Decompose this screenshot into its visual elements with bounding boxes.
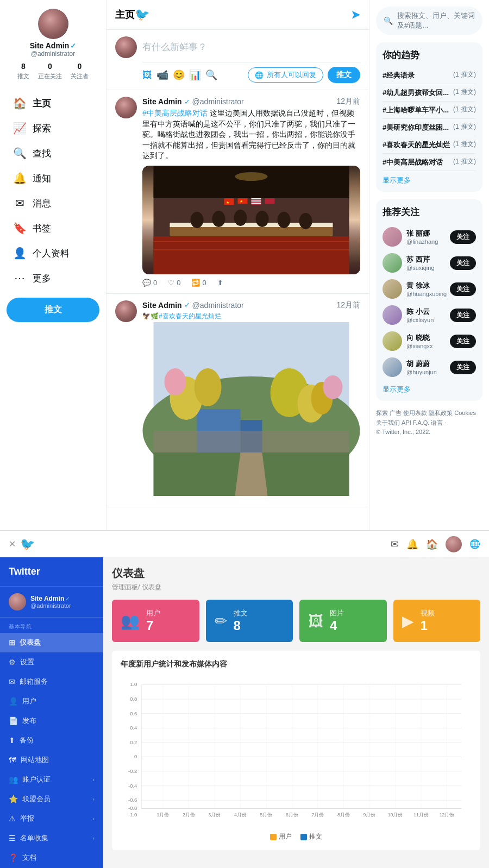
svg-text:9月份: 9月份 — [363, 812, 376, 817]
emoji-tool-icon[interactable]: 😊 — [173, 69, 185, 81]
follow-item: 陈 小云 @cxlisyun 关注 — [383, 302, 476, 328]
admin-nav-users[interactable]: 👤 用户 — [0, 691, 103, 711]
profile-handle: @administrator — [31, 50, 76, 58]
twitter-app: Site Admin ✓ @administrator 8 推文 0 正在关注 … — [0, 0, 489, 530]
admin-nav-lists[interactable]: ☰ 名单收集 › — [0, 828, 103, 848]
reply-action[interactable]: 💬 0 — [142, 279, 157, 287]
nav-item-search[interactable]: 🔍 查找 — [7, 141, 99, 165]
send-icon[interactable]: ➤ — [351, 8, 360, 21]
svg-point-8 — [299, 213, 312, 229]
bell-icon: 🔔 — [13, 172, 26, 185]
follow-button[interactable]: 关注 — [450, 256, 476, 270]
admin-topbar-right: ✉ 🔔 🏠 🌐 — [391, 536, 480, 552]
admin-stat-cards: 👥 用户 7 ✏ 推文 8 🖼 — [112, 600, 480, 642]
follow-show-more[interactable]: 显示更多 — [383, 385, 476, 394]
image-tool-icon[interactable]: 🖼 — [142, 70, 152, 81]
tweet-item: Site Admin ✓ @administrator 12月前 #中美高层战略… — [106, 90, 369, 294]
share-action[interactable]: ⬆ — [217, 279, 223, 287]
trend-item[interactable]: (1 推文) #幼儿超男孩帮女回... — [383, 84, 476, 102]
admin-nav-backup[interactable]: ⬆ 备份 — [0, 731, 103, 750]
follow-button[interactable]: 关注 — [450, 282, 476, 296]
nav-item-bookmarks[interactable]: 🔖 书签 — [7, 216, 99, 240]
admin-nav-sitemap[interactable]: 🗺 网站地图 — [0, 750, 103, 770]
trend-item[interactable]: (1 推文) #上海哈啰单车平小... — [383, 102, 476, 119]
poll-tool-icon[interactable]: 📊 — [189, 69, 201, 81]
tweet-verified-icon: ✓ — [184, 98, 190, 106]
follow-button[interactable]: 关注 — [450, 309, 476, 322]
nav-item-notifications[interactable]: 🔔 通知 — [7, 166, 99, 190]
svg-rect-14 — [252, 198, 261, 199]
tweet-header: Site Admin ✓ @administrator 12月前 — [142, 97, 360, 106]
followers-stat: 0 关注者 — [71, 62, 89, 80]
tweet-item: Site Admin ✓ @administrator 12月前 🦅🌿#喜欢春天… — [106, 294, 369, 507]
tweet-button[interactable]: 推文 — [7, 298, 99, 322]
nav-item-more[interactable]: ⋯ 更多 — [7, 266, 99, 290]
bookmark-icon: 🔖 — [13, 222, 26, 235]
audience-selector[interactable]: 🌐 所有人可以回复 — [248, 67, 323, 83]
svg-text:0.8: 0.8 — [130, 696, 137, 702]
trend-item[interactable]: (1 推文) #美研究你印度丝困... — [383, 119, 476, 136]
svg-text:★: ★ — [240, 199, 243, 203]
nav-item-profile[interactable]: 👤 个人资料 — [7, 241, 99, 265]
svg-point-22 — [235, 172, 268, 181]
svg-rect-21 — [154, 166, 349, 198]
chart-legend: 用户 推文 — [121, 832, 472, 841]
admin-nav-dashboard[interactable]: ⊞ 仪表盘 — [0, 633, 103, 652]
feed-title: 主页 — [115, 8, 135, 21]
compose-placeholder[interactable]: 有什么新鲜事？ — [142, 36, 360, 58]
compose-right: 有什么新鲜事？ 🖼 📹 😊 📊 🔍 🌐 所有人可以回复 推文 — [142, 36, 360, 83]
close-button[interactable]: ✕ — [9, 539, 16, 549]
admin-nav-verify[interactable]: 👥 账户认证 › — [0, 770, 103, 789]
admin-nav-docs[interactable]: ❓ 文档 — [0, 848, 103, 867]
svg-text:0.4: 0.4 — [130, 725, 137, 731]
follow-suggestions-box: 推荐关注 张 丽娜 @linazhang 关注 苏 西芹 @suxiqing 关… — [376, 199, 482, 401]
trend-item[interactable]: (1 推文) #中美高层战略对话 — [383, 154, 476, 171]
trend-item[interactable]: (1 推文) #经典语录 — [383, 67, 476, 84]
admin-nav-alliance[interactable]: ⭐ 联盟会员 › — [0, 789, 103, 809]
svg-text:4月份: 4月份 — [234, 812, 247, 817]
admin-nav-settings[interactable]: ⚙ 设置 — [0, 652, 103, 672]
post-tweet-button[interactable]: 推文 — [328, 67, 360, 83]
tweet-verified-icon: ✓ — [184, 301, 190, 309]
nav-item-messages[interactable]: ✉ 消息 — [7, 191, 99, 215]
home-icon[interactable]: 🏠 — [426, 538, 438, 550]
twitter-bird-icon: 🐦 — [135, 8, 149, 22]
verified-icon: ✓ — [70, 42, 76, 50]
follow-button[interactable]: 关注 — [450, 361, 476, 374]
trend-item[interactable]: (1 推文) #喜欢春天的星光灿烂 — [383, 136, 476, 154]
svg-text:-0.4: -0.4 — [128, 783, 137, 789]
retweet-action[interactable]: 🔁 0 — [191, 279, 206, 287]
follow-button[interactable]: 关注 — [450, 230, 476, 244]
dashboard-icon: ⊞ — [9, 638, 15, 647]
tweet-actions: 💬 0 ♡ 0 🔁 0 ⬆ — [142, 279, 360, 287]
follow-button[interactable]: 关注 — [450, 335, 476, 348]
legend-users: 用户 — [270, 832, 292, 841]
bell-icon[interactable]: 🔔 — [406, 538, 418, 550]
follow-avatar — [383, 253, 402, 273]
admin-user-avatar[interactable] — [446, 536, 462, 552]
admin-nav-email[interactable]: ✉ 邮箱服务 — [0, 672, 103, 691]
tweets-stat: 8 推文 — [17, 62, 29, 80]
trends-show-more[interactable]: 显示更多 — [383, 175, 476, 185]
gif-tool-icon[interactable]: 📹 — [156, 69, 168, 81]
admin-twitter-logo: 🐦 — [20, 537, 35, 551]
admin-breadcrumb: 管理面板/ 仪表盘 — [112, 583, 480, 592]
profile-avatar[interactable] — [38, 9, 68, 39]
svg-text:7月份: 7月份 — [312, 812, 324, 817]
svg-point-7 — [278, 212, 291, 228]
search-box[interactable]: 🔍 搜索推文、用户、关键词及#话题... — [376, 7, 482, 35]
admin-user-info: Site Admin ✓ @administrator — [30, 595, 71, 609]
schedule-tool-icon[interactable]: 🔍 — [205, 69, 217, 81]
like-action[interactable]: ♡ 0 — [168, 279, 180, 287]
nav-item-home[interactable]: 🏠 主页 — [7, 91, 99, 115]
admin-nav-publish[interactable]: 📄 发布 — [0, 711, 103, 731]
mail-icon[interactable]: ✉ — [391, 538, 399, 550]
tweet-author-avatar — [115, 300, 137, 322]
docs-icon: ❓ — [9, 853, 18, 862]
globe-icon[interactable]: 🌐 — [469, 539, 480, 549]
lists-icon: ☰ — [9, 834, 16, 842]
mail-icon: ✉ — [13, 197, 26, 210]
tweet-text: #中美高层战略对话 这里边美国人用数据说自己没超时，但视频里有中方英语喊的是这不… — [142, 108, 360, 161]
nav-item-explore[interactable]: 📈 探索 — [7, 116, 99, 140]
admin-nav-report[interactable]: ⚠ 举报 › — [0, 809, 103, 828]
